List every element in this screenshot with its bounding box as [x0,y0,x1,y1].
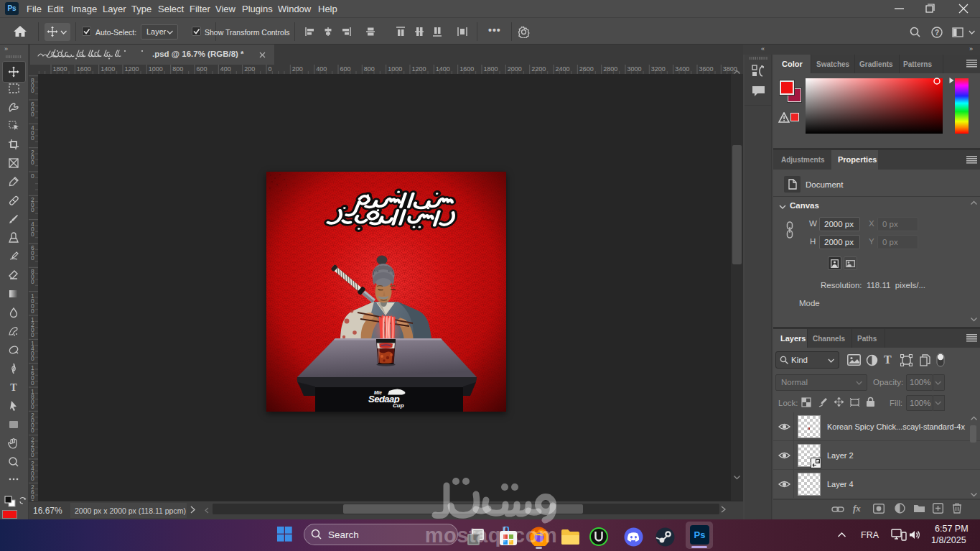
svg-text:1800: 1800 [484,65,498,73]
svg-text:800: 800 [172,65,183,73]
svg-text:0: 0 [31,254,34,261]
svg-text:Cup: Cup [393,402,404,409]
svg-text:2400: 2400 [556,65,570,73]
svg-text:0: 0 [31,172,34,180]
svg-text:0: 0 [31,134,34,142]
svg-text:600: 600 [340,65,351,73]
svg-text:200: 200 [244,65,255,73]
svg-text:0: 0 [31,231,34,238]
svg-text:200: 200 [292,65,303,73]
svg-text:0: 0 [31,87,34,94]
svg-text:?: ? [935,29,939,37]
svg-text:0: 0 [31,355,34,362]
svg-text:400: 400 [316,65,327,73]
svg-text:0: 0 [31,451,34,458]
svg-text:1600: 1600 [459,65,474,73]
svg-text:2200: 2200 [531,65,546,73]
svg-text:3400: 3400 [675,65,689,73]
svg-text:0: 0 [31,206,34,213]
svg-text:2600: 2600 [579,65,594,73]
svg-text:0: 0 [31,379,34,386]
svg-text:1200: 1200 [412,65,426,73]
svg-text:1000: 1000 [149,65,163,73]
svg-text:2000: 2000 [508,65,522,73]
svg-text:0: 0 [31,475,34,482]
svg-text:0: 0 [31,159,34,166]
svg-text:0: 0 [31,278,34,285]
svg-text:1600: 1600 [77,65,91,73]
svg-text:3200: 3200 [651,65,666,73]
svg-text:400: 400 [220,65,231,73]
svg-text:0: 0 [31,403,34,410]
svg-text:1400: 1400 [101,65,115,73]
svg-text:600: 600 [197,65,207,73]
svg-text:3000: 3000 [627,65,642,73]
svg-text:0: 0 [31,427,34,434]
svg-text:0: 0 [31,111,34,118]
svg-text:1800: 1800 [53,65,67,73]
svg-text:0: 0 [31,331,34,338]
svg-text:0: 0 [269,65,272,73]
svg-text:3600: 3600 [699,65,714,73]
svg-text:T: T [10,382,17,393]
svg-text:1400: 1400 [436,65,450,73]
svg-text:800: 800 [364,65,375,73]
svg-text:1000: 1000 [388,65,402,73]
svg-text:1200: 1200 [125,65,139,73]
svg-text:2800: 2800 [603,65,617,73]
svg-text:0: 0 [31,307,34,315]
